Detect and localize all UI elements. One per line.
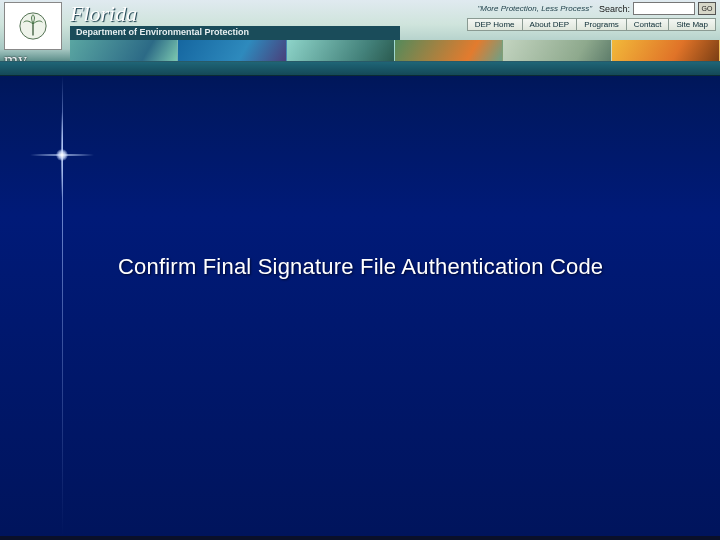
banner-photo: [395, 40, 503, 62]
department-name: Department of Environmental Protection: [70, 26, 400, 40]
state-name-title: Florida: [70, 1, 137, 27]
tagline-text: "More Protection, Less Process": [477, 4, 592, 13]
palm-seal-icon: [18, 11, 48, 41]
myflorida-script: my: [4, 50, 27, 62]
header-banner: Florida Department of Environmental Prot…: [0, 0, 720, 62]
sparkle-icon: [62, 155, 63, 156]
slide-title: Confirm Final Signature File Authenticat…: [118, 254, 690, 280]
top-nav: DEP Home About DEP Programs Contact Site…: [467, 18, 716, 31]
nav-about-dep[interactable]: About DEP: [523, 18, 578, 31]
nav-contact[interactable]: Contact: [627, 18, 670, 31]
banner-photo: [70, 40, 178, 62]
search-bar: Search: GO: [599, 2, 716, 15]
nav-dep-home[interactable]: DEP Home: [467, 18, 523, 31]
state-seal-logo: [4, 2, 62, 50]
header-sub-band: [0, 62, 720, 76]
nav-programs[interactable]: Programs: [577, 18, 627, 31]
banner-photo: [287, 40, 395, 62]
nav-site-map[interactable]: Site Map: [669, 18, 716, 31]
slide: Florida Department of Environmental Prot…: [0, 0, 720, 540]
banner-photo: [612, 40, 720, 62]
banner-photo: [178, 40, 286, 62]
banner-photo: [503, 40, 611, 62]
search-label: Search:: [599, 4, 630, 14]
search-go-button[interactable]: GO: [698, 2, 716, 15]
search-input[interactable]: [633, 2, 695, 15]
banner-photo-strip: [70, 40, 720, 62]
bottom-frame-edge: [0, 536, 720, 540]
